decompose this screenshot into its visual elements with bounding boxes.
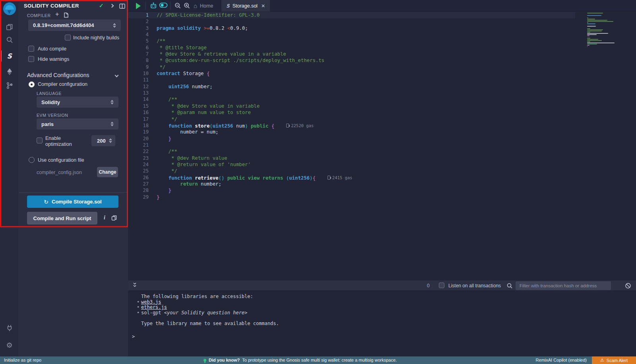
language-select[interactable]: Solidity xyxy=(37,97,118,108)
panel-divider xyxy=(19,192,128,193)
editor-topbar: ⌂ Home S Storage.sol ✕ xyxy=(128,0,636,12)
copy-icon[interactable] xyxy=(111,215,117,222)
compile-button-label: Compile Storage.sol xyxy=(52,199,102,205)
hide-warnings-checkbox[interactable] xyxy=(28,56,34,62)
advanced-configurations-title[interactable]: Advanced Configurations xyxy=(27,72,89,78)
info-icon[interactable]: i xyxy=(104,215,105,221)
code-line: 19 number = num; xyxy=(128,129,575,135)
clear-terminal-icon[interactable] xyxy=(625,283,631,290)
compiler-section-label: COMPILER xyxy=(27,13,51,18)
tab-storage-label: Storage.sol xyxy=(233,3,258,9)
use-configuration-file-label: Use configuration file xyxy=(38,157,84,163)
scam-alert-label: Scam Alert xyxy=(607,358,628,363)
code-line: 15 * @dev Store value in variable xyxy=(128,103,575,109)
include-nightly-checkbox[interactable] xyxy=(65,35,71,41)
code-line: 7 * @dev Store & retrieve value in a var… xyxy=(128,51,575,57)
compile-success-check-icon: ✓ xyxy=(99,2,104,9)
transaction-count: 0 xyxy=(427,283,430,288)
chevron-right-icon[interactable] xyxy=(110,4,114,8)
copilot-toggle-icon[interactable] xyxy=(159,2,168,10)
terminal-prompt[interactable]: > xyxy=(128,334,636,339)
include-nightly-label: Include nightly builds xyxy=(73,35,119,41)
optimization-runs-value: 200 xyxy=(97,138,106,144)
library-link[interactable]: ethers.js xyxy=(141,304,167,310)
compiler-version-value: 0.8.19+commit.7dd6d404 xyxy=(33,22,94,28)
settings-icon[interactable]: ⚙ xyxy=(0,339,19,352)
evm-version-select[interactable]: paris xyxy=(37,118,118,130)
terminal-line: Type the library name to see available c… xyxy=(128,321,636,327)
code-line: 1// SPDX-License-Identifier: GPL-3.0 xyxy=(128,12,575,18)
terminal-line: •web3.js xyxy=(128,300,636,305)
code-line: 10contract Storage { xyxy=(128,70,575,77)
code-line: 4 xyxy=(128,31,575,38)
code-line: 9 */ xyxy=(128,64,575,70)
config-file-name: compiler_config.json xyxy=(37,170,82,175)
search-icon[interactable] xyxy=(0,33,19,47)
remix-ide-window: S ⚙ SOLIDITY COMPILER ✓ COMPILER + 0.8.1… xyxy=(0,0,636,364)
transaction-filter-input[interactable] xyxy=(516,281,611,290)
select-arrows-icon xyxy=(111,122,114,126)
code-line: 11 xyxy=(128,77,575,83)
select-arrows-icon xyxy=(111,100,114,105)
expand-terminal-icon[interactable] xyxy=(132,282,138,290)
chevron-down-icon[interactable] xyxy=(115,74,119,77)
scam-alert-badge[interactable]: ⚠ Scam Alert xyxy=(592,356,636,364)
deploy-run-icon[interactable] xyxy=(0,65,19,78)
evm-version-value: paris xyxy=(41,121,54,127)
enable-optimization-checkbox[interactable] xyxy=(37,137,43,143)
code-lines: 1// SPDX-License-Identifier: GPL-3.023pr… xyxy=(128,12,636,200)
listen-all-transactions-label: Listen on all transactions xyxy=(448,283,501,288)
terminal-output[interactable]: The following libraries are accessible:•… xyxy=(128,291,636,356)
code-line: 16 * @param num value to store xyxy=(128,109,575,116)
tab-home[interactable]: ⌂ Home xyxy=(189,0,218,12)
optimization-runs-input[interactable]: 200 xyxy=(91,135,115,146)
change-config-button[interactable]: Change xyxy=(97,167,118,177)
code-line: 14 /** xyxy=(128,96,575,103)
warning-icon: ⚠ xyxy=(600,358,604,363)
terminal-lines: The following libraries are accessible:•… xyxy=(128,294,636,327)
remix-logo[interactable] xyxy=(0,2,19,15)
main-content: ⌂ Home S Storage.sol ✕ 1// SPDX-License-… xyxy=(128,0,636,356)
library-link[interactable]: web3.js xyxy=(141,299,161,305)
git-icon[interactable] xyxy=(0,79,19,92)
code-editor[interactable]: 1// SPDX-License-Identifier: GPL-3.023pr… xyxy=(128,12,636,281)
tab-storage-sol[interactable]: S Storage.sol ✕ xyxy=(221,0,270,12)
listen-all-transactions-checkbox[interactable] xyxy=(439,283,444,288)
file-explorer-icon[interactable] xyxy=(0,20,19,34)
close-tab-icon[interactable]: ✕ xyxy=(261,3,265,9)
split-columns-icon[interactable] xyxy=(119,3,125,10)
code-line: 5/** xyxy=(128,38,575,44)
code-line: 13 xyxy=(128,90,575,96)
terminal-line: •ethers.js xyxy=(128,305,636,310)
code-line: 18 function store(uint256 num) public {2… xyxy=(128,122,575,129)
use-configuration-file-radio[interactable] xyxy=(29,157,35,163)
open-file-icon[interactable] xyxy=(63,12,69,19)
auto-compile-checkbox[interactable] xyxy=(28,46,34,52)
topbar-divider xyxy=(170,2,171,10)
language-value: Solidity xyxy=(41,99,60,105)
terminal-search-icon[interactable] xyxy=(506,283,513,291)
add-compiler-icon[interactable]: + xyxy=(55,11,59,18)
compile-button[interactable]: ↻ Compile Storage.sol xyxy=(27,196,118,208)
code-line: 17 */ xyxy=(128,116,575,122)
code-line: 8 * @custom:dev-run-script ./scripts/dep… xyxy=(128,57,575,64)
topbar-divider xyxy=(145,2,146,10)
hide-warnings-label: Hide warnings xyxy=(38,56,69,62)
solidity-compiler-icon[interactable]: S xyxy=(0,49,19,63)
compiler-configuration-radio[interactable] xyxy=(29,81,35,87)
status-bar: Initialize as git repo Did you know? To … xyxy=(0,356,636,364)
zoom-out-icon[interactable] xyxy=(174,2,182,11)
terminal-line: The following libraries are accessible: xyxy=(128,294,636,300)
plugin-manager-icon[interactable] xyxy=(0,321,19,335)
terminal-toolbar: 0 Listen on all transactions xyxy=(128,281,636,291)
code-line: 29} xyxy=(128,194,575,200)
copilot-robot-icon[interactable] xyxy=(149,2,157,11)
compiler-version-select[interactable]: 0.8.19+commit.7dd6d404 xyxy=(28,19,121,31)
solidity-compiler-panel: SOLIDITY COMPILER ✓ COMPILER + 0.8.19+co… xyxy=(19,0,128,356)
panel-title: SOLIDITY COMPILER xyxy=(24,3,79,9)
init-git-repo-button[interactable]: Initialize as git repo xyxy=(4,358,41,362)
compile-and-run-button[interactable]: Compile and Run script xyxy=(27,212,97,225)
run-script-play-button[interactable] xyxy=(136,3,141,9)
editor-minimap[interactable] xyxy=(587,12,632,47)
copilot-status[interactable]: RemixAI Copilot (enabled) xyxy=(536,358,587,362)
